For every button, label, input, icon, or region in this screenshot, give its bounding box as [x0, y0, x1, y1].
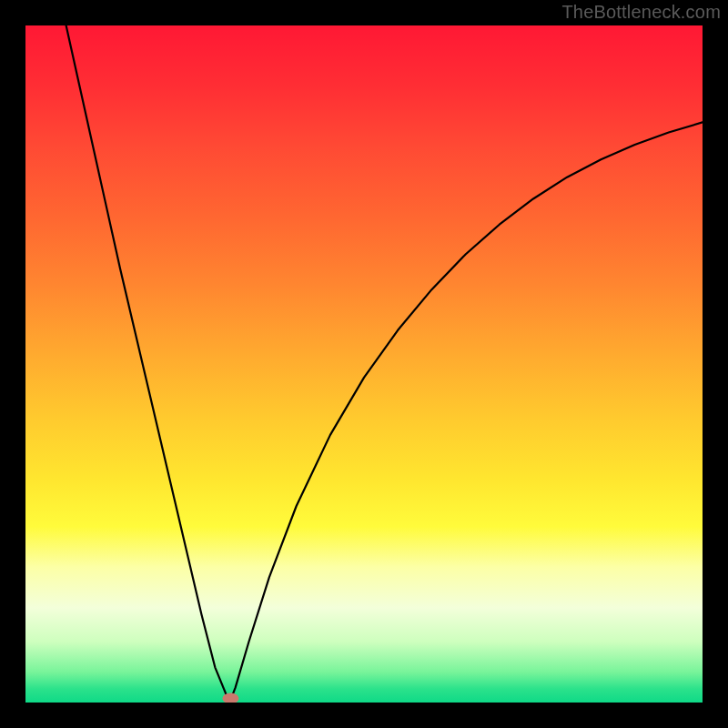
bottleneck-curve: [66, 25, 703, 700]
plot-area: [25, 25, 703, 703]
curve-svg: [25, 25, 703, 703]
chart-container: TheBottleneck.com: [0, 0, 728, 728]
optimum-marker: [222, 693, 238, 703]
attribution-text: TheBottleneck.com: [561, 2, 721, 23]
